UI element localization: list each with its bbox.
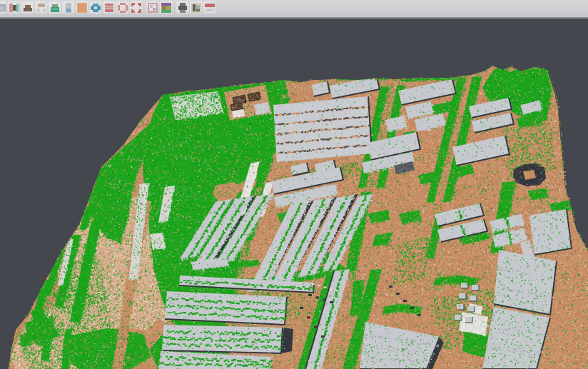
classify-building-icon <box>76 2 88 14</box>
measure-button[interactable] <box>203 1 216 14</box>
clip-by-region-button[interactable] <box>146 1 158 14</box>
main-toolbar <box>0 0 588 19</box>
classify-low-points-button[interactable] <box>35 1 47 14</box>
3d-viewport[interactable] <box>0 19 588 369</box>
measure-icon <box>204 2 216 14</box>
classified-view-icon <box>161 2 172 14</box>
print-icon <box>177 2 188 14</box>
classify-ground-icon <box>22 2 34 14</box>
interactive-edit-icon <box>90 2 101 14</box>
circle-select-button[interactable] <box>116 1 128 14</box>
toolbar-separator <box>143 1 146 14</box>
settings-icon <box>191 2 202 14</box>
classified-view-button[interactable] <box>160 1 172 14</box>
profile-edit-icon <box>103 2 115 14</box>
classify-ground-button[interactable] <box>21 1 34 14</box>
clip-by-region-icon <box>147 2 158 14</box>
classify-building-button[interactable] <box>76 1 88 14</box>
classify-water-icon <box>63 2 74 14</box>
classify-vegetation-icon <box>49 2 61 14</box>
classify-by-class-button[interactable] <box>8 1 20 14</box>
print-button[interactable] <box>176 1 188 14</box>
rect-select-icon <box>131 2 142 14</box>
profile-edit-button[interactable] <box>103 1 115 14</box>
interactive-edit-button[interactable] <box>89 1 101 14</box>
classify-model-button[interactable] <box>0 1 6 14</box>
classify-water-button[interactable] <box>62 1 74 14</box>
toolbar-separator <box>173 1 176 14</box>
settings-button[interactable] <box>190 1 202 14</box>
pointcloud-render-canvas[interactable] <box>0 19 588 369</box>
classify-model-icon <box>0 2 6 14</box>
classify-vegetation-button[interactable] <box>49 1 61 14</box>
rect-select-button[interactable] <box>130 1 142 14</box>
app-window: { "toolbar": { "background": "#cccccf", … <box>0 0 588 369</box>
toolbar-buttons-row <box>0 1 216 14</box>
classify-low-points-icon <box>36 2 47 14</box>
classify-by-class-icon <box>9 2 20 14</box>
circle-select-icon <box>117 2 128 14</box>
